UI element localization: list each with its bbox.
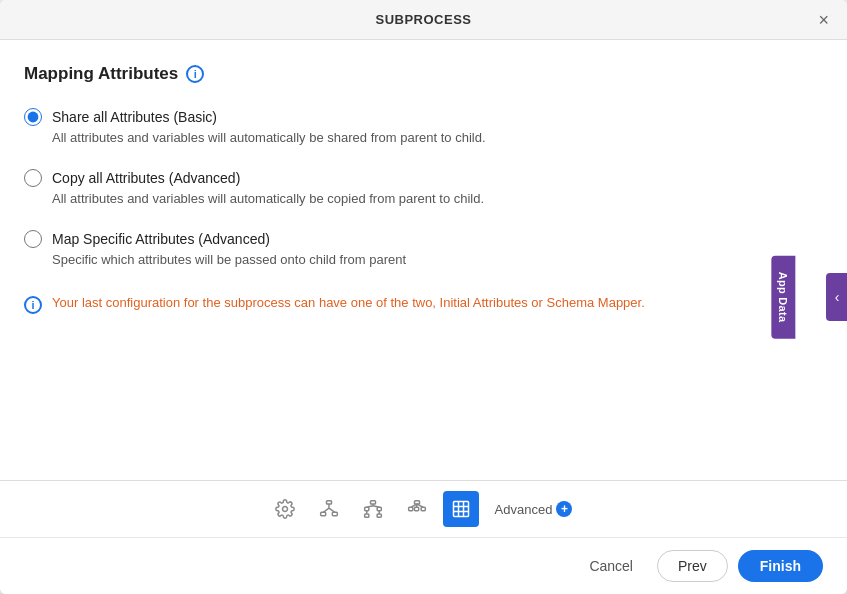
radio-label-map[interactable]: Map Specific Attributes (Advanced) xyxy=(24,230,815,248)
dialog-footer: Cancel Prev Finish xyxy=(0,537,847,594)
table-icon xyxy=(451,499,471,519)
svg-rect-19 xyxy=(414,507,418,510)
radio-option-basic: Share all Attributes (Basic) All attribu… xyxy=(24,108,815,145)
svg-rect-8 xyxy=(364,507,368,510)
svg-rect-24 xyxy=(453,502,468,517)
toolbar-network-1-button[interactable] xyxy=(311,491,347,527)
app-data-chevron[interactable]: ‹ xyxy=(826,273,847,321)
radio-input-copy[interactable] xyxy=(24,169,42,187)
radio-input-basic[interactable] xyxy=(24,108,42,126)
dialog-header: SUBPROCESS × xyxy=(0,0,847,40)
notice-text: Your last configuration for the subproce… xyxy=(52,295,645,310)
close-button[interactable]: × xyxy=(812,9,835,31)
network-tree-1-icon xyxy=(319,499,339,519)
gear-icon xyxy=(275,499,295,519)
svg-rect-11 xyxy=(377,514,381,517)
radio-text-basic: Share all Attributes (Basic) xyxy=(52,109,217,125)
toolbar-network-3-button[interactable] xyxy=(399,491,435,527)
radio-desc-basic: All attributes and variables will automa… xyxy=(52,130,815,145)
radio-option-copy: Copy all Attributes (Advanced) All attri… xyxy=(24,169,815,206)
svg-rect-10 xyxy=(364,514,368,517)
dialog-content: Mapping Attributes i Share all Attribute… xyxy=(0,40,847,480)
notice-info-icon: i xyxy=(24,296,42,314)
radio-text-map: Map Specific Attributes (Advanced) xyxy=(52,231,270,247)
app-data-tab[interactable]: App Data xyxy=(772,256,796,339)
svg-rect-20 xyxy=(421,507,425,510)
network-tree-3-icon xyxy=(407,499,427,519)
svg-rect-7 xyxy=(370,501,375,504)
svg-rect-17 xyxy=(414,501,419,504)
notice-row: i Your last configuration for the subpro… xyxy=(24,291,815,318)
radio-label-copy[interactable]: Copy all Attributes (Advanced) xyxy=(24,169,815,187)
svg-line-6 xyxy=(329,508,335,512)
radio-text-copy: Copy all Attributes (Advanced) xyxy=(52,170,240,186)
prev-button[interactable]: Prev xyxy=(657,550,728,582)
svg-rect-2 xyxy=(320,512,325,515)
svg-rect-3 xyxy=(332,512,337,515)
radio-option-map: Map Specific Attributes (Advanced) Speci… xyxy=(24,230,815,267)
dialog-toolbar: Advanced + xyxy=(0,480,847,537)
svg-rect-18 xyxy=(408,507,412,510)
radio-input-map[interactable] xyxy=(24,230,42,248)
advanced-label: Advanced xyxy=(495,502,553,517)
cancel-button[interactable]: Cancel xyxy=(575,551,647,581)
radio-label-basic[interactable]: Share all Attributes (Basic) xyxy=(24,108,815,126)
app-data-label: App Data xyxy=(778,272,790,323)
toolbar-table-button[interactable] xyxy=(443,491,479,527)
dialog: SUBPROCESS × ‹ App Data Mapping Attribut… xyxy=(0,0,847,594)
network-tree-2-icon xyxy=(363,499,383,519)
chevron-left-icon: ‹ xyxy=(835,289,840,305)
svg-line-14 xyxy=(373,506,379,508)
section-title-row: Mapping Attributes i xyxy=(24,64,815,84)
svg-line-5 xyxy=(323,508,329,512)
finish-button[interactable]: Finish xyxy=(738,550,823,582)
radio-desc-copy: All attributes and variables will automa… xyxy=(52,191,815,206)
advanced-button[interactable]: Advanced + xyxy=(487,497,581,521)
svg-line-13 xyxy=(366,506,372,508)
info-icon[interactable]: i xyxy=(186,65,204,83)
svg-rect-9 xyxy=(377,507,381,510)
radio-group: Share all Attributes (Basic) All attribu… xyxy=(24,108,815,267)
radio-desc-map: Specific which attributes will be passed… xyxy=(52,252,815,267)
svg-point-0 xyxy=(282,507,287,512)
section-title: Mapping Attributes xyxy=(24,64,178,84)
advanced-plus-icon: + xyxy=(556,501,572,517)
toolbar-gear-button[interactable] xyxy=(267,491,303,527)
toolbar-network-2-button[interactable] xyxy=(355,491,391,527)
svg-rect-1 xyxy=(326,501,331,504)
dialog-title: SUBPROCESS xyxy=(375,12,471,27)
